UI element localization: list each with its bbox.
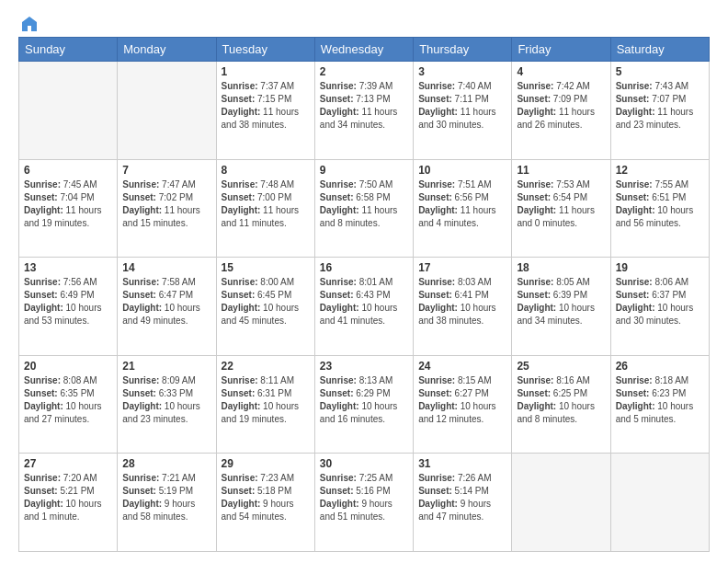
- day-number: 8: [222, 164, 310, 177]
- day-info: Sunrise: 7:45 AMSunset: 7:04 PMDaylight:…: [24, 178, 112, 230]
- calendar-cell: 7Sunrise: 7:47 AMSunset: 7:02 PMDaylight…: [118, 159, 216, 258]
- day-info: Sunrise: 7:37 AMSunset: 7:15 PMDaylight:…: [222, 80, 310, 132]
- day-info: Sunrise: 8:01 AMSunset: 6:43 PMDaylight:…: [320, 276, 408, 327]
- day-number: 10: [418, 164, 506, 177]
- day-info: Sunrise: 7:56 AMSunset: 6:49 PMDaylight:…: [24, 276, 112, 327]
- day-number: 30: [320, 457, 408, 470]
- day-info: Sunrise: 7:55 AMSunset: 6:51 PMDaylight:…: [616, 178, 704, 230]
- page: SundayMondayTuesdayWednesdayThursdayFrid…: [0, 0, 728, 563]
- calendar-cell: [610, 454, 709, 552]
- day-number: 11: [517, 164, 605, 177]
- day-number: 23: [320, 360, 408, 373]
- day-number: 21: [122, 360, 210, 373]
- calendar-cell: 6Sunrise: 7:45 AMSunset: 7:04 PMDaylight…: [19, 159, 118, 258]
- day-number: 29: [222, 457, 310, 470]
- weekday-header: Tuesday: [216, 38, 314, 62]
- day-info: Sunrise: 8:15 AMSunset: 6:27 PMDaylight:…: [418, 374, 506, 426]
- day-number: 19: [616, 261, 704, 274]
- calendar-cell: 8Sunrise: 7:48 AMSunset: 7:00 PMDaylight…: [216, 159, 314, 258]
- day-number: 25: [517, 360, 605, 373]
- day-number: 14: [122, 261, 210, 274]
- calendar-cell: 5Sunrise: 7:43 AMSunset: 7:07 PMDaylight…: [610, 62, 709, 160]
- day-info: Sunrise: 8:09 AMSunset: 6:33 PMDaylight:…: [122, 374, 210, 426]
- calendar-cell: 20Sunrise: 8:08 AMSunset: 6:35 PMDayligh…: [19, 355, 118, 454]
- day-info: Sunrise: 7:39 AMSunset: 7:13 PMDaylight:…: [320, 80, 408, 132]
- day-number: 13: [24, 261, 112, 274]
- calendar-cell: 31Sunrise: 7:26 AMSunset: 5:14 PMDayligh…: [414, 454, 512, 552]
- day-number: 22: [222, 360, 310, 373]
- calendar-cell: 14Sunrise: 7:58 AMSunset: 6:47 PMDayligh…: [118, 258, 216, 356]
- calendar-cell: 15Sunrise: 8:00 AMSunset: 6:45 PMDayligh…: [216, 258, 314, 356]
- calendar-cell: 18Sunrise: 8:05 AMSunset: 6:39 PMDayligh…: [512, 258, 610, 356]
- calendar-cell: [512, 454, 610, 552]
- day-info: Sunrise: 7:58 AMSunset: 6:47 PMDaylight:…: [122, 276, 210, 327]
- day-number: 3: [418, 65, 506, 78]
- weekday-header: Wednesday: [314, 38, 413, 62]
- day-number: 20: [24, 360, 112, 373]
- day-number: 15: [222, 261, 310, 274]
- calendar-cell: 22Sunrise: 8:11 AMSunset: 6:31 PMDayligh…: [216, 355, 314, 454]
- day-number: 18: [517, 261, 605, 274]
- calendar-cell: 21Sunrise: 8:09 AMSunset: 6:33 PMDayligh…: [118, 355, 216, 454]
- day-info: Sunrise: 8:03 AMSunset: 6:41 PMDaylight:…: [418, 276, 506, 327]
- header: [18, 15, 710, 29]
- calendar-cell: 2Sunrise: 7:39 AMSunset: 7:13 PMDaylight…: [314, 62, 413, 160]
- day-info: Sunrise: 7:43 AMSunset: 7:07 PMDaylight:…: [616, 80, 704, 132]
- calendar-cell: 3Sunrise: 7:40 AMSunset: 7:11 PMDaylight…: [414, 62, 512, 160]
- calendar-cell: 17Sunrise: 8:03 AMSunset: 6:41 PMDayligh…: [414, 258, 512, 356]
- day-number: 1: [222, 65, 310, 78]
- calendar-cell: 4Sunrise: 7:42 AMSunset: 7:09 PMDaylight…: [512, 62, 610, 160]
- calendar-cell: 10Sunrise: 7:51 AMSunset: 6:56 PMDayligh…: [414, 159, 512, 258]
- calendar-cell: 12Sunrise: 7:55 AMSunset: 6:51 PMDayligh…: [610, 159, 709, 258]
- day-info: Sunrise: 7:51 AMSunset: 6:56 PMDaylight:…: [418, 178, 506, 230]
- calendar-cell: 16Sunrise: 8:01 AMSunset: 6:43 PMDayligh…: [314, 258, 413, 356]
- day-info: Sunrise: 7:53 AMSunset: 6:54 PMDaylight:…: [517, 178, 605, 230]
- day-number: 9: [320, 164, 408, 177]
- weekday-header: Saturday: [610, 38, 709, 62]
- day-info: Sunrise: 8:11 AMSunset: 6:31 PMDaylight:…: [222, 374, 310, 426]
- logo-text: [18, 15, 39, 33]
- day-info: Sunrise: 7:47 AMSunset: 7:02 PMDaylight:…: [122, 178, 210, 230]
- calendar-cell: [19, 62, 118, 160]
- calendar-cell: 1Sunrise: 7:37 AMSunset: 7:15 PMDaylight…: [216, 62, 314, 160]
- day-number: 27: [24, 457, 112, 470]
- weekday-header: Thursday: [414, 38, 512, 62]
- day-number: 24: [418, 360, 506, 373]
- calendar-cell: 25Sunrise: 8:16 AMSunset: 6:25 PMDayligh…: [512, 355, 610, 454]
- day-number: 4: [517, 65, 605, 78]
- calendar-cell: 29Sunrise: 7:23 AMSunset: 5:18 PMDayligh…: [216, 454, 314, 552]
- day-info: Sunrise: 8:05 AMSunset: 6:39 PMDaylight:…: [517, 276, 605, 327]
- day-number: 31: [418, 457, 506, 470]
- day-info: Sunrise: 7:25 AMSunset: 5:16 PMDaylight:…: [320, 472, 408, 523]
- calendar-week-row: 20Sunrise: 8:08 AMSunset: 6:35 PMDayligh…: [19, 355, 710, 454]
- day-number: 28: [122, 457, 210, 470]
- calendar-week-row: 27Sunrise: 7:20 AMSunset: 5:21 PMDayligh…: [19, 454, 710, 552]
- day-info: Sunrise: 8:16 AMSunset: 6:25 PMDaylight:…: [517, 374, 605, 426]
- calendar-cell: 11Sunrise: 7:53 AMSunset: 6:54 PMDayligh…: [512, 159, 610, 258]
- calendar-table: SundayMondayTuesdayWednesdayThursdayFrid…: [18, 37, 710, 552]
- weekday-header: Monday: [118, 38, 216, 62]
- calendar-cell: 23Sunrise: 8:13 AMSunset: 6:29 PMDayligh…: [314, 355, 413, 454]
- logo: [18, 15, 39, 29]
- day-info: Sunrise: 8:18 AMSunset: 6:23 PMDaylight:…: [616, 374, 704, 426]
- day-info: Sunrise: 7:20 AMSunset: 5:21 PMDaylight:…: [24, 472, 112, 523]
- calendar-week-row: 6Sunrise: 7:45 AMSunset: 7:04 PMDaylight…: [19, 159, 710, 258]
- day-number: 2: [320, 65, 408, 78]
- day-number: 17: [418, 261, 506, 274]
- day-info: Sunrise: 8:13 AMSunset: 6:29 PMDaylight:…: [320, 374, 408, 426]
- day-number: 5: [616, 65, 704, 78]
- calendar-cell: 27Sunrise: 7:20 AMSunset: 5:21 PMDayligh…: [19, 454, 118, 552]
- day-number: 6: [24, 164, 112, 177]
- day-info: Sunrise: 8:08 AMSunset: 6:35 PMDaylight:…: [24, 374, 112, 426]
- calendar-cell: 30Sunrise: 7:25 AMSunset: 5:16 PMDayligh…: [314, 454, 413, 552]
- calendar-cell: 24Sunrise: 8:15 AMSunset: 6:27 PMDayligh…: [414, 355, 512, 454]
- day-info: Sunrise: 7:40 AMSunset: 7:11 PMDaylight:…: [418, 80, 506, 132]
- calendar-cell: 13Sunrise: 7:56 AMSunset: 6:49 PMDayligh…: [19, 258, 118, 356]
- day-info: Sunrise: 8:00 AMSunset: 6:45 PMDaylight:…: [222, 276, 310, 327]
- day-info: Sunrise: 7:50 AMSunset: 6:58 PMDaylight:…: [320, 178, 408, 230]
- day-info: Sunrise: 8:06 AMSunset: 6:37 PMDaylight:…: [616, 276, 704, 327]
- weekday-header: Sunday: [19, 38, 118, 62]
- calendar-cell: [118, 62, 216, 160]
- calendar-cell: 19Sunrise: 8:06 AMSunset: 6:37 PMDayligh…: [610, 258, 709, 356]
- day-number: 26: [616, 360, 704, 373]
